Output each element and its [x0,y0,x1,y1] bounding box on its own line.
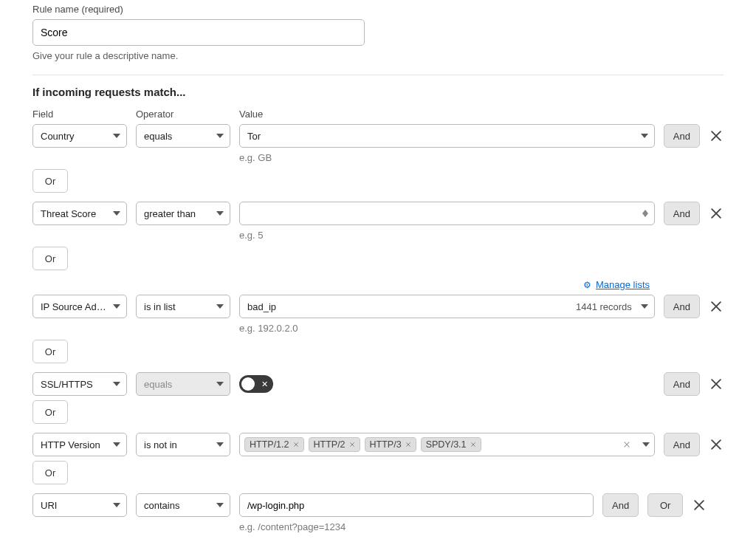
operator-select[interactable]: is not in [136,433,230,456]
or-separator-button[interactable]: Or [32,247,68,270]
section-heading: If incoming requests match... [32,86,724,98]
tags-clear[interactable] [623,439,630,450]
stepper-down-icon [642,213,648,217]
close-icon [711,301,721,312]
rule-row: IP Source Add... is in list bad_ip 1441 … [32,295,724,318]
field-select-text: SSL/HTTPS [41,379,93,390]
value-list-select[interactable]: bad_ip 1441 records [239,295,655,318]
chevron-down-icon [113,134,120,138]
value-list-name: bad_ip [247,301,576,312]
close-icon [711,439,721,450]
tag-label: HTTP/3 [370,439,402,450]
value-list-count: 1441 records [576,301,632,312]
field-select[interactable]: Country [32,124,127,148]
remove-rule-button[interactable] [709,299,724,314]
chevron-down-icon [216,134,224,138]
field-select-text: URI [41,500,57,511]
tag-label: SPDY/3.1 [426,439,467,450]
chevron-down-icon [216,211,224,216]
section-divider [32,75,724,75]
tag-remove[interactable] [405,440,411,449]
rule-row: SSL/HTTPS equals ✕ And [32,372,724,396]
chevron-down-icon [642,442,650,447]
tag: SPDY/3.1 [421,437,481,452]
and-button[interactable]: And [664,433,700,456]
col-value: Value [239,109,724,120]
toggle-knob [241,377,255,391]
close-icon [694,500,704,510]
rule-row: Threat Score greater than And [32,202,724,225]
or-separator-button[interactable]: Or [32,461,68,484]
value-example: e.g. /content?page=1234 [239,521,724,532]
or-button[interactable]: Or [647,493,683,517]
operator-select[interactable]: equals [136,124,230,148]
value-example: e.g. 192.0.2.0 [239,323,724,334]
value-select[interactable]: Tor [239,124,655,148]
field-select-text: Country [41,131,75,142]
field-select-text: HTTP Version [41,439,100,450]
operator-select-text: greater than [144,208,196,219]
field-select[interactable]: Threat Score [32,202,127,225]
tag-remove[interactable] [470,440,476,449]
field-select[interactable]: SSL/HTTPS [32,372,127,396]
column-headers: Field Operator Value [32,109,724,120]
or-separator-button[interactable]: Or [32,400,68,424]
operator-select-text: is in list [144,301,176,312]
and-button[interactable]: And [664,295,700,318]
remove-rule-button[interactable] [709,437,724,452]
number-stepper[interactable] [642,210,648,217]
tag-remove[interactable] [349,440,355,449]
chevron-down-icon [113,442,120,447]
tag-remove[interactable] [293,440,299,449]
remove-rule-button[interactable] [692,498,707,512]
chevron-down-icon [113,211,120,216]
value-example: e.g. 5 [239,230,724,241]
value-example: e.g. GB [239,152,724,163]
remove-rule-button[interactable] [709,128,724,143]
value-number-input[interactable] [239,202,655,225]
operator-select-text: is not in [144,439,177,450]
and-button[interactable]: And [602,493,639,517]
rule-row: HTTP Version is not in HTTP/1.2 HTTP/2 H… [32,433,724,456]
chevron-down-icon [216,503,224,507]
remove-rule-button[interactable] [709,206,724,221]
chevron-down-icon [216,382,224,386]
remove-rule-button[interactable] [709,377,724,391]
chevron-down-icon [641,304,648,309]
value-toggle[interactable]: ✕ [239,375,273,393]
value-select-text: Tor [247,131,636,142]
or-separator-button[interactable]: Or [32,169,68,193]
manage-lists-link[interactable]: Manage lists [596,279,650,290]
or-separator-button[interactable]: Or [32,340,68,363]
rule-row: URI contains AndOr [32,493,724,517]
or-separator-row: Or [32,400,724,424]
operator-select: equals [136,372,230,396]
or-separator-row: Or [32,461,724,484]
operator-select-text: contains [144,500,179,511]
field-select-text: IP Source Add... [41,301,109,312]
field-select[interactable]: HTTP Version [32,433,127,456]
col-field: Field [32,109,127,120]
operator-select[interactable]: contains [136,493,230,517]
field-select[interactable]: URI [32,493,127,517]
toggle-off-icon: ✕ [261,378,268,390]
or-separator-row: Or [32,247,724,270]
operator-select[interactable]: greater than [136,202,230,225]
value-text-input[interactable] [239,493,594,517]
tag: HTTP/1.2 [244,437,304,452]
rule-row: Country equals Tor And [32,124,724,148]
value-tags-input[interactable]: HTTP/1.2 HTTP/2 HTTP/3 SPDY/3.1 [239,433,655,456]
chevron-down-icon [113,503,120,507]
operator-select-text: equals [144,131,172,142]
rule-name-label: Rule name (required) [32,4,724,15]
and-button[interactable]: And [664,202,700,225]
rule-name-input[interactable] [32,19,365,46]
and-button[interactable]: And [664,124,700,148]
field-select[interactable]: IP Source Add... [32,295,127,318]
operator-select-text: equals [144,379,172,390]
operator-select[interactable]: is in list [136,295,230,318]
chevron-down-icon [113,304,120,309]
tag-label: HTTP/2 [314,439,346,450]
col-operator: Operator [136,109,230,120]
and-button[interactable]: And [664,372,700,396]
